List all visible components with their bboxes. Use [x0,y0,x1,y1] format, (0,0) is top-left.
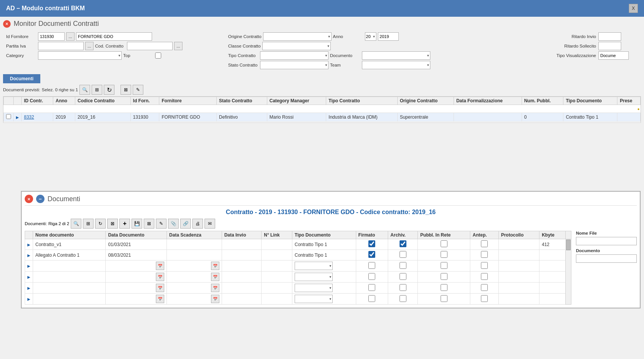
sub-close-button[interactable]: × [25,195,33,203]
grid-button[interactable]: ⊞ [92,85,102,95]
cod-contratto-browse-button[interactable]: … [174,42,182,50]
sub-empty1-tipo[interactable] [295,262,333,270]
tipo-contratto-select[interactable] [260,51,328,60]
sub-empty1-pubbl[interactable] [441,262,447,269]
row-checkbox[interactable] [6,114,11,119]
partita-iva-browse-button[interactable]: … [85,42,94,50]
sub-empty3-cal1[interactable]: 📅 [156,284,164,292]
export-button[interactable]: ⊠ [121,85,131,95]
sub-empty3-expand[interactable]: ▶ [27,286,30,290]
sub-empty2-expand[interactable]: ▶ [27,275,30,279]
edit-button[interactable]: ✎ [133,85,143,95]
sub-delete-button[interactable]: ⊠ [107,219,118,229]
ritardo-invio-input[interactable] [598,32,621,41]
sub-empty2-firmato[interactable] [368,273,375,280]
sub-row2-expand[interactable]: ▶ [27,253,30,257]
search-button[interactable]: 🔍 [79,85,90,95]
codice-contratto-cell: 2019_16 [75,113,130,122]
sub-row1-expand[interactable]: ▶ [27,243,30,247]
sub-clip-button[interactable]: 📎 [168,219,179,229]
sub-print-button[interactable]: 🖨 [192,219,203,229]
anno-input[interactable] [378,32,399,41]
sub-export-button[interactable]: ⊠ [144,219,154,229]
sub-partial-cal1[interactable]: 📅 [156,295,164,303]
documento-select[interactable] [362,51,430,60]
sub-empty2-pubbl[interactable] [441,273,447,280]
sub-row1-archiv[interactable] [400,240,406,247]
sub-minimize-button[interactable]: – [36,195,44,203]
sub-row1-firmato[interactable] [368,240,375,247]
sub-refresh-button[interactable]: ↻ [95,219,106,229]
refresh-button[interactable]: ↻ [104,85,114,95]
sub-empty1-firmato[interactable] [368,262,375,269]
sub-empty2-cal1[interactable]: 📅 [156,273,164,281]
sub-email-button[interactable]: ✉ [205,219,215,229]
tipo-visualizzazione-input[interactable] [598,51,629,60]
sub-col-antep: Antep. [470,231,499,239]
sub-empty2-cal2[interactable]: 📅 [211,273,219,281]
sub-row2-archiv[interactable] [400,251,406,258]
sub-partial-expand[interactable]: ▶ [27,297,30,301]
documento-input[interactable] [576,254,637,263]
sub-row1-pubbl[interactable] [441,240,447,247]
sub-edit-button[interactable]: ✎ [156,219,167,229]
row-expand[interactable]: ▶ [16,115,19,119]
sub-row2-firmato[interactable] [368,251,375,258]
cod-contratto-input[interactable] [127,42,173,50]
sub-empty3-pubbl[interactable] [441,284,447,291]
top-checkbox[interactable] [155,52,161,59]
classe-contratto-select[interactable] [262,42,331,50]
sub-table-scrollbar[interactable] [566,240,571,250]
sub-row2-antep[interactable] [481,251,488,258]
sub-add-button[interactable]: + [119,219,130,229]
sub-grid-button[interactable]: ⊞ [83,219,94,229]
id-fornitore-browse-button[interactable]: … [66,32,75,41]
close-monitor-button[interactable]: × [3,20,11,28]
ritardo-sollecito-input[interactable] [598,42,621,50]
table-row[interactable]: ▶ 8332 2019 2019_16 131930 FORNITORE GDO… [4,113,641,122]
sub-row2-pubbl[interactable] [441,251,447,258]
title-bar: AD – Modulo contratti BKM X [0,0,644,17]
sub-partial-firmato[interactable] [368,295,375,302]
id-fornitore-input[interactable] [38,32,65,41]
documenti-tab[interactable]: Documenti [3,74,40,83]
sub-row1-antep[interactable] [481,240,488,247]
sub-table-row-1[interactable]: ▶ Contratto_v1 01/03/2021 Contratto Tipo… [25,239,571,250]
category-select[interactable] [38,51,122,60]
sub-empty3-cal2[interactable]: 📅 [211,284,219,292]
sub-empty1-archiv[interactable] [400,262,406,269]
anno-select[interactable]: 2019 [365,32,376,41]
sub-partial-tipo[interactable] [295,295,333,303]
nome-file-input[interactable] [576,237,637,245]
sub-empty2-tipo[interactable] [295,273,333,281]
stato-contratto-select[interactable] [260,61,328,69]
sub-empty1-antep[interactable] [481,262,488,269]
origine-contratto-select[interactable] [263,32,332,41]
sub-empty3-tipo[interactable] [295,284,333,292]
sub-partial-cal2[interactable]: 📅 [211,295,219,303]
sub-email-icon: ✉ [208,221,212,226]
sub-empty1-expand[interactable]: ▶ [27,264,30,268]
team-select[interactable] [362,61,430,69]
sub-partial-archiv[interactable] [400,295,406,302]
sub-partial-antep[interactable] [481,295,488,302]
nome-file-label: Nome File [576,231,637,235]
sub-empty3-firmato[interactable] [368,284,375,291]
sub-empty3-archiv[interactable] [400,284,406,291]
sub-save-button[interactable]: 💾 [132,219,142,229]
sub-table-row-2[interactable]: ▶ Allegato A Contratto 1 08/03/2021 Cont… [25,250,571,261]
sub-empty3-antep[interactable] [481,284,488,291]
close-window-button[interactable]: X [629,4,638,13]
sub-save-icon: 💾 [134,221,140,226]
sub-search-button[interactable]: 🔍 [71,219,81,229]
stato-cell: Definitivo [217,113,267,122]
sub-partial-pubbl[interactable] [441,295,447,302]
id-contr-cell[interactable]: 8332 [24,114,34,120]
sub-empty1-cal1[interactable]: 📅 [156,262,164,270]
fornitore-name-input[interactable] [76,32,152,41]
sub-empty2-archiv[interactable] [400,273,406,280]
sub-empty1-cal2[interactable]: 📅 [211,262,219,270]
partita-iva-input[interactable] [38,42,84,50]
sub-link-button[interactable]: 🔗 [180,219,191,229]
sub-empty2-antep[interactable] [481,273,488,280]
